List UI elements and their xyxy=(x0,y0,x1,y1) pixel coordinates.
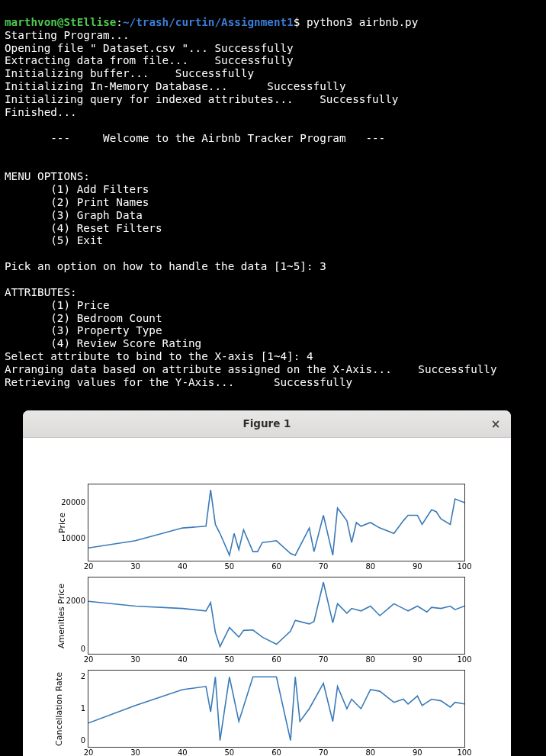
prompt-command: python3 airbnb.py xyxy=(307,16,418,28)
xtick: 20 xyxy=(84,747,94,756)
xtick: 100 xyxy=(457,654,471,664)
xtick: 70 xyxy=(319,747,329,756)
xtick: 90 xyxy=(413,747,422,756)
xtick: 30 xyxy=(130,654,140,664)
xtick: 40 xyxy=(178,654,188,664)
plot-area: Price 10000200002030405060708090100 Amen… xyxy=(23,438,511,756)
xtick: 30 xyxy=(130,561,140,571)
ytick: 1 xyxy=(81,704,88,713)
xtick: 40 xyxy=(178,747,188,756)
terminal-output[interactable]: marthvon@StEllise:~/trash/curtin/Assignm… xyxy=(0,0,546,392)
xtick: 50 xyxy=(225,747,235,756)
subplot-amenities: Amenities Price 020002030405060708090100 xyxy=(88,577,465,655)
xtick: 60 xyxy=(271,561,281,571)
xtick: 90 xyxy=(413,654,422,664)
xtick: 80 xyxy=(365,654,375,664)
xtick: 20 xyxy=(84,654,94,664)
ytick: 2 xyxy=(81,672,88,681)
figure-titlebar[interactable]: Figure 1 × xyxy=(23,410,511,438)
xtick: 90 xyxy=(413,561,422,571)
terminal-body: Starting Program... Opening file " Datas… xyxy=(5,29,541,389)
subplot-cancellation: Cancellation Rate Review Score Rating 01… xyxy=(88,670,465,748)
ytick: 20000 xyxy=(61,498,88,507)
xtick: 20 xyxy=(84,561,94,571)
xtick: 50 xyxy=(225,561,235,571)
subplot-price: Price 10000200002030405060708090100 xyxy=(88,484,465,561)
prompt-path: ~/trash/curtin/Assignment1 xyxy=(123,16,294,28)
ytick: 0 xyxy=(81,645,88,654)
xtick: 40 xyxy=(178,561,188,571)
ytick: 2000 xyxy=(66,597,88,606)
xtick: 50 xyxy=(225,654,235,664)
figure-window[interactable]: Figure 1 × Price 10000200002030405060708… xyxy=(23,410,511,756)
ylabel-amenities: Amenities Price xyxy=(57,574,67,658)
prompt-user: marthvon xyxy=(5,16,57,28)
xtick: 60 xyxy=(271,747,281,756)
ytick: 0 xyxy=(81,736,88,745)
close-icon[interactable]: × xyxy=(488,417,503,432)
xtick: 30 xyxy=(130,747,140,756)
prompt-host: StEllise xyxy=(63,16,116,28)
xtick: 70 xyxy=(319,654,329,664)
xtick: 60 xyxy=(271,654,281,664)
xtick: 70 xyxy=(319,561,329,571)
xtick: 100 xyxy=(457,747,471,756)
ylabel-cancellation: Cancellation Rate xyxy=(55,663,65,754)
xtick: 80 xyxy=(365,747,375,756)
xtick: 80 xyxy=(365,561,375,571)
ytick: 10000 xyxy=(61,535,88,544)
figure-title: Figure 1 xyxy=(242,418,291,430)
xtick: 100 xyxy=(457,561,471,571)
